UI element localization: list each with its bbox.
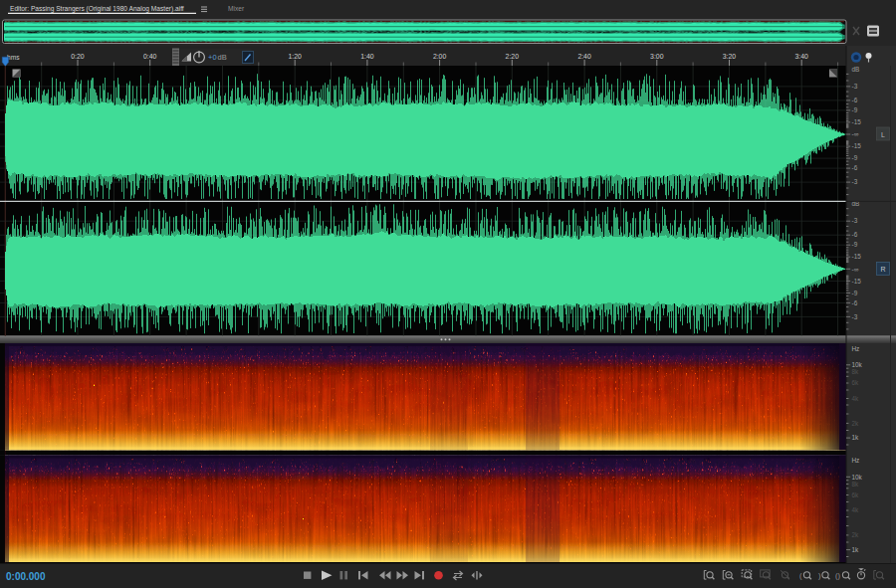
svg-text:1k: 1k: [852, 546, 860, 553]
svg-text:10k: 10k: [852, 361, 863, 368]
svg-text:-6: -6: [852, 231, 858, 238]
svg-text:Hz: Hz: [852, 345, 860, 352]
svg-text:3:20: 3:20: [723, 53, 737, 60]
svg-text:8k: 8k: [852, 368, 860, 375]
svg-text:-∞: -∞: [852, 130, 859, 137]
svg-text:2:20: 2:20: [506, 53, 520, 60]
svg-text:-3: -3: [852, 313, 858, 320]
svg-text:+0: +0: [208, 53, 217, 62]
svg-text:-3: -3: [852, 83, 858, 90]
svg-text:-15: -15: [852, 278, 862, 285]
svg-text:dB: dB: [218, 53, 227, 62]
svg-text:0:00.000: 0:00.000: [6, 571, 46, 582]
svg-text:-∞: -∞: [852, 266, 859, 273]
svg-text:-9: -9: [852, 154, 858, 161]
svg-text:dB: dB: [852, 200, 860, 207]
svg-text:1k: 1k: [852, 434, 860, 441]
svg-text:1:40: 1:40: [360, 53, 374, 60]
svg-text:hms: hms: [7, 54, 20, 61]
svg-text:4k: 4k: [852, 395, 860, 402]
svg-text:-6: -6: [852, 299, 858, 306]
svg-text:2k: 2k: [852, 531, 860, 538]
svg-text:2:40: 2:40: [577, 53, 591, 60]
svg-text:-3: -3: [852, 178, 858, 185]
svg-text:R: R: [880, 266, 885, 273]
svg-text:2:00: 2:00: [433, 53, 447, 60]
svg-text:-9: -9: [852, 106, 858, 113]
svg-text:8k: 8k: [852, 481, 860, 488]
svg-text:0:20: 0:20: [71, 53, 85, 60]
svg-text:-15: -15: [852, 142, 862, 149]
svg-text:Editor: Passing Strangers (Ori: Editor: Passing Strangers (Original 1980…: [10, 5, 184, 13]
svg-text:-6: -6: [852, 97, 858, 103]
svg-text:3:00: 3:00: [650, 53, 664, 60]
svg-text:L: L: [881, 131, 885, 138]
svg-text:Mixer: Mixer: [228, 5, 245, 12]
svg-text:3:40: 3:40: [794, 53, 808, 60]
svg-text:-15: -15: [852, 253, 862, 260]
svg-text:-9: -9: [852, 241, 858, 248]
svg-text:4k: 4k: [852, 506, 860, 513]
svg-text:-9: -9: [852, 290, 858, 296]
svg-text:10k: 10k: [852, 474, 863, 481]
svg-text:-15: -15: [852, 118, 862, 125]
svg-text:-6: -6: [852, 164, 858, 171]
svg-text:6k: 6k: [852, 379, 860, 386]
svg-text:0:40: 0:40: [143, 53, 157, 60]
svg-text:6k: 6k: [852, 491, 860, 498]
svg-text:(): (): [835, 571, 840, 580]
svg-text:Hz: Hz: [852, 457, 860, 464]
svg-text:2k: 2k: [852, 420, 860, 427]
svg-text:-3: -3: [852, 217, 858, 224]
svg-text:1:20: 1:20: [288, 53, 302, 60]
svg-text:dB: dB: [852, 66, 860, 73]
